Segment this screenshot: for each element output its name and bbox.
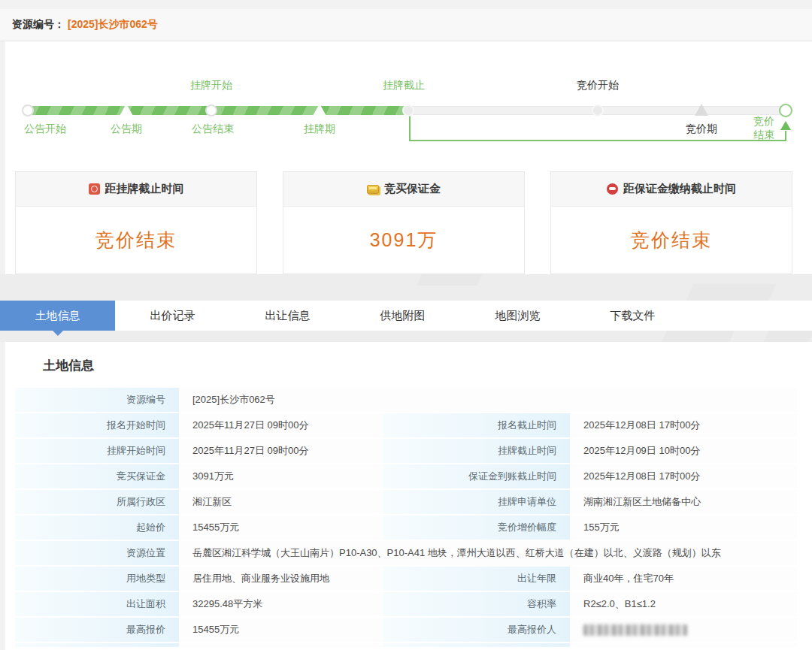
redacted-bidder-name [583,624,687,636]
row-label: 最高报价人 [383,618,570,642]
row-value: 湘江新区 [179,490,383,514]
card-deposit-amount: 竞买保证金 3091万 [283,171,525,274]
tab-download-files[interactable]: 下载文件 [575,301,690,331]
card-title: 距保证金缴纳截止时间 [623,182,736,196]
section-title: 土地信息 [43,357,812,374]
land-info-table: 资源编号 [2025]长沙市062号 报名开始时间 2025年11月27日 09… [15,388,797,647]
table-row: 挂牌开始时间 2025年11月27日 09时00分 挂牌截止时间 2025年12… [15,439,797,463]
tab-map-browse[interactable]: 地图浏览 [460,301,575,331]
highest-bidder-value [570,618,797,642]
row-value: 2025年12月08日 17时00分 [570,413,797,437]
row-label: 挂牌开始时间 [15,439,179,463]
deposit-icon [607,183,618,195]
money-icon [367,185,379,194]
milestone-listing-deadline-icon [402,104,414,116]
label-announce-period: 公告期 [111,122,142,136]
page: 资源编号： [2025]长沙市062号 挂牌开始 挂牌截止 竞价开始 公告开始 … [0,0,812,650]
milestone-bidding-period-icon [695,104,708,116]
left-edge-strip [0,342,5,650]
land-info-panel: 土地信息 资源编号 [2025]长沙市062号 报名开始时间 2025年11月2… [0,342,812,650]
card-value: 3091万 [283,207,524,274]
resource-number-value: [2025]长沙市062号 [68,18,158,32]
milestone-bidding-start-icon [592,104,604,116]
row-label: 报名开始时间 [15,413,179,437]
label-listing-period: 挂牌期 [304,122,335,136]
card-title: 距挂牌截止时间 [105,182,184,196]
label-bidding-period: 竞价期 [686,122,717,136]
milestone-announce-end-icon [205,104,217,116]
row-label: 挂牌申请单位 [383,490,570,514]
card-listing-deadline: 距挂牌截止时间 竞价结束 [15,171,257,274]
row-value: 湖南湘江新区土地储备中心 [570,490,797,514]
card-deposit-deadline: 距保证金缴纳截止时间 竞价结束 [550,171,792,274]
resource-number-label: 资源编号： [12,18,65,32]
row-label: 竞买保证金 [15,464,179,488]
label-listing-deadline: 挂牌截止 [383,79,425,92]
table-row-cutoff [15,643,797,647]
summary-cards: 距挂牌截止时间 竞价结束 竞买保证金 3091万 距保证金缴纳截止时间 竞价结束 [0,171,812,274]
row-label: 竞价增价幅度 [383,515,570,540]
row-value: R2≤2.0、B1≤1.2 [570,592,797,616]
row-label: 报名截止时间 [383,413,570,437]
current-stage-arrow-icon [780,121,791,130]
row-label: 最高报价 [15,618,179,642]
label-bidding-start: 竞价开始 [577,79,619,92]
milestone-announce-period-icon [120,104,133,116]
table-row: 资源编号 [2025]长沙市062号 [15,388,797,412]
alarm-clock-icon [89,183,100,195]
auction-timeline: 挂牌开始 挂牌截止 竞价开始 公告开始 公告期 公告结束 挂牌期 竞价期 竞价 … [0,41,812,171]
row-label: 挂牌截止时间 [383,439,570,463]
top-strip [0,0,812,9]
card-value: 竞价结束 [551,207,792,274]
row-label: 出让年限 [383,567,570,591]
tab-supply-map[interactable]: 供地附图 [345,301,460,331]
row-value: 2025年12月08日 17时00分 [570,464,797,488]
tab-bid-records[interactable]: 出价记录 [115,301,230,331]
milestone-listing-period-icon [313,104,326,116]
milestone-bidding-end-icon [779,104,792,117]
tab-bar: 土地信息 出价记录 出让信息 供地附图 地图浏览 下载文件 [0,301,812,331]
table-row: 最高报价 15455万元 最高报价人 [15,618,797,642]
card-value: 竞价结束 [16,207,256,274]
resource-number-bar: 资源编号： [2025]长沙市062号 [0,9,812,41]
row-value: 155万元 [570,515,797,540]
row-label: 用地类型 [15,567,179,591]
row-label: 起始价 [15,515,179,540]
row-value: 15455万元 [179,515,383,540]
table-row: 出让面积 32295.48平方米 容积率 R2≤2.0、B1≤1.2 [15,592,797,616]
row-label: 资源位置 [15,541,179,565]
table-row: 报名开始时间 2025年11月27日 09时00分 报名截止时间 2025年12… [15,413,797,437]
row-value: 2025年11月27日 09时00分 [179,439,383,463]
row-value: 32295.48平方米 [179,592,383,616]
row-value: 2025年11月27日 09时00分 [179,413,383,437]
row-value: 3091万元 [179,464,383,488]
row-label: 保证金到账截止时间 [383,464,570,488]
left-edge-strip [0,41,5,274]
timeline-progress-completed [28,106,408,115]
row-value: 岳麓区湘江科学城（大王山南片）P10-A30、P10-A41 地块，潭州大道以西… [179,541,797,565]
table-row: 所属行政区 湘江新区 挂牌申请单位 湖南湘江新区土地储备中心 [15,490,797,514]
row-label: 出让面积 [15,592,179,616]
label-announce-start: 公告开始 [24,122,66,136]
row-label: 容积率 [383,592,570,616]
row-value: 2025年12月09日 10时00分 [570,439,797,463]
tab-land-info[interactable]: 土地信息 [0,301,115,331]
card-title: 竞买保证金 [384,182,441,196]
row-value: 居住用地、商业服务业设施用地 [179,567,383,591]
row-value: 15455万元 [179,618,383,642]
table-row: 资源位置 岳麓区湘江科学城（大王山南片）P10-A30、P10-A41 地块，潭… [15,541,797,565]
label-listing-start: 挂牌开始 [190,79,232,92]
table-row: 竞买保证金 3091万元 保证金到账截止时间 2025年12月08日 17时00… [15,464,797,488]
timeline-bracket [409,114,786,141]
table-row: 起始价 15455万元 竞价增价幅度 155万元 [15,515,797,540]
row-value: [2025]长沙市062号 [179,388,797,412]
milestone-announce-start-icon [22,104,34,116]
row-label: 所属行政区 [15,490,179,514]
row-label: 资源编号 [15,388,179,412]
table-row: 用地类型 居住用地、商业服务业设施用地 出让年限 商业40年，住宅70年 [15,567,797,591]
label-announce-end: 公告结束 [192,122,234,136]
tab-transfer-info[interactable]: 出让信息 [230,301,345,331]
row-value: 商业40年，住宅70年 [570,567,797,591]
